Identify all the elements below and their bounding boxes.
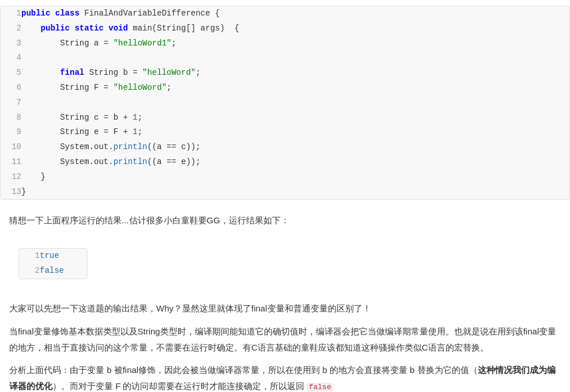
- code-token-plain: }: [21, 187, 26, 196]
- line-number: 3: [1, 36, 21, 51]
- para-2: 大家可以先想一下这道题的输出结果，Why？显然这里就体现了final变量和普通变…: [9, 300, 561, 317]
- code-token-plain: String c = b +: [21, 113, 133, 122]
- code-token-plain: String F =: [21, 83, 114, 92]
- code-token-plain: System.out.: [21, 157, 114, 166]
- line-code: }: [21, 185, 569, 200]
- code-token-plain: [21, 24, 41, 33]
- code-token-str: "helloWord": [142, 68, 195, 77]
- para-4-false: false: [307, 383, 333, 391]
- code-token-plain: System.out.: [21, 142, 114, 151]
- code-token-plain: String a =: [21, 39, 114, 48]
- line-code: [21, 51, 569, 66]
- code-token-plain: ((a == c));: [147, 142, 200, 151]
- table-row: 2 public static void main(String[] args)…: [1, 21, 569, 36]
- line-number: 6: [1, 81, 21, 96]
- output-line-number: 2: [19, 264, 40, 279]
- line-code: final String b = "helloWord";: [21, 66, 569, 81]
- line-number: 7: [1, 96, 21, 111]
- line-number: 9: [1, 125, 21, 140]
- line-code: public class FinalAndVariableDifference …: [21, 6, 569, 21]
- code-token-num: 1: [133, 127, 137, 136]
- line-code: String c = b + 1;: [21, 111, 569, 125]
- line-number: 1: [1, 6, 21, 21]
- table-row: 7: [1, 96, 569, 111]
- code-token-kw: void: [108, 24, 133, 33]
- table-row: 13}: [1, 185, 569, 200]
- table-row: 2false: [19, 264, 87, 279]
- code-token-kw: public: [21, 9, 55, 18]
- code-token-kw: class: [55, 9, 84, 18]
- table-row: 5 final String b = "helloWord";: [1, 66, 569, 81]
- para-1: 猜想一下上面程序运行的结果...估计很多小白童鞋要GG，运行结果如下：: [9, 212, 561, 229]
- line-number: 5: [1, 66, 21, 81]
- line-number: 10: [1, 140, 21, 155]
- line-number: 12: [1, 170, 21, 185]
- line-number: 11: [1, 155, 21, 170]
- table-row: 6 String F = "helloWord";: [1, 81, 569, 96]
- line-code: String e = F + 1;: [21, 125, 569, 140]
- table-row: 1public class FinalAndVariableDifference…: [1, 6, 569, 21]
- code-token-str: "helloWord": [114, 83, 167, 92]
- para-4: 分析上面代码：由于变量 b 被final修饰，因此会被当做编译器常量，所以在使用…: [9, 362, 561, 392]
- code-token-plain: ;: [167, 83, 171, 92]
- prose-section-2: 大家可以先想一下这道题的输出结果，Why？显然这里就体现了final变量和普通变…: [0, 294, 570, 392]
- code-token-plain: main(String[] args) {: [133, 24, 239, 33]
- line-code: [21, 96, 569, 111]
- table-row: 9 String e = F + 1;: [1, 125, 569, 140]
- table-row: 11 System.out.println((a == e));: [1, 155, 569, 170]
- para-3: 当final变量修饰基本数据类型以及String类型时，编译期间能知道它的确切值…: [9, 324, 561, 356]
- table-row: 3 String a = "helloWord1";: [1, 36, 569, 51]
- output-line-number: 1: [19, 249, 40, 264]
- code-token-plain: ;: [138, 113, 142, 122]
- prose-section: 猜想一下上面程序运行的结果...估计很多小白童鞋要GG，运行结果如下：: [0, 205, 570, 242]
- code-token-plain: ((a == e));: [147, 157, 200, 166]
- line-number: 4: [1, 51, 21, 66]
- output-table: 1true2false: [19, 249, 87, 279]
- line-code: public static void main(String[] args) {: [21, 21, 569, 36]
- table-row: 8 String c = b + 1;: [1, 111, 569, 125]
- code-token-kw: static: [74, 24, 108, 33]
- line-code: String F = "helloWord";: [21, 81, 569, 96]
- code-token-method: println: [114, 157, 148, 166]
- line-code: }: [21, 170, 569, 185]
- code-token-plain: ;: [195, 68, 200, 77]
- code-token-plain: FinalAndVariableDifference {: [84, 9, 220, 18]
- code-token-plain: ;: [171, 39, 176, 48]
- line-number: 13: [1, 185, 21, 200]
- table-row: 10 System.out.println((a == c));: [1, 140, 569, 155]
- line-number: 8: [1, 111, 21, 125]
- table-row: 4: [1, 51, 569, 66]
- output-block: 1true2false: [18, 248, 88, 279]
- line-code: System.out.println((a == c));: [21, 140, 569, 155]
- code-block-main: 1public class FinalAndVariableDifference…: [0, 6, 570, 200]
- para-4-after: ）。而对于变量 F 的访问却需要在运行时才能连接确定，所以返回: [52, 381, 307, 391]
- code-token-plain: String b =: [89, 68, 142, 77]
- code-token-plain: [21, 68, 60, 77]
- code-token-plain: String e = F +: [21, 127, 133, 136]
- code-token-method: println: [114, 142, 148, 151]
- table-row: 1true: [19, 249, 87, 264]
- code-token-kw: final: [60, 68, 89, 77]
- code-token-kw: public: [41, 24, 75, 33]
- code-token-plain: }: [21, 172, 46, 181]
- code-table: 1public class FinalAndVariableDifference…: [1, 6, 569, 199]
- para-4-before: 分析上面代码：由于变量 b 被final修饰，因此会被当做编译器常量，所以在使用…: [9, 365, 478, 375]
- table-row: 12 }: [1, 170, 569, 185]
- code-token-num: 1: [133, 113, 137, 122]
- output-line-value: false: [40, 264, 87, 279]
- line-code: String a = "helloWord1";: [21, 36, 569, 51]
- line-code: System.out.println((a == e));: [21, 155, 569, 170]
- code-token-str: "helloWord1": [114, 39, 172, 48]
- line-number: 2: [1, 21, 21, 36]
- output-line-value: true: [40, 249, 87, 264]
- code-token-plain: ;: [138, 127, 142, 136]
